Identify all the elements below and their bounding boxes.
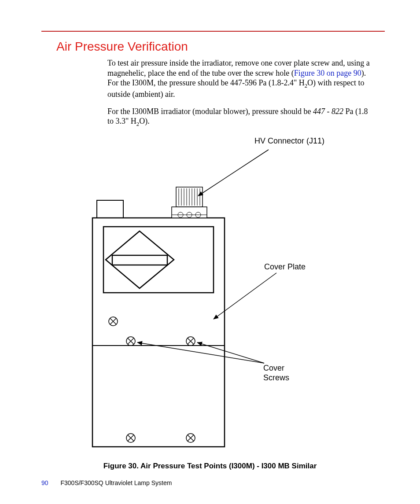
figure-crossref[interactable]: Figure 30 on page 90: [294, 69, 361, 77]
screw-mid-left: [126, 337, 135, 346]
p2-part-a: For the I300MB irradiator (modular blowe…: [107, 107, 313, 116]
svg-line-27: [214, 273, 276, 319]
header-rule: [41, 31, 385, 32]
doc-title: F300S/F300SQ Ultraviolet Lamp System: [60, 479, 172, 486]
figure-svg: [40, 132, 383, 458]
svg-rect-19: [112, 255, 167, 265]
hv-connector-graphic: [172, 187, 207, 218]
label-cover-screws-line2: Screws: [263, 373, 289, 382]
label-cover-screws: Cover Screws: [263, 364, 289, 383]
p2-part-c: O).: [139, 117, 150, 125]
screw-upper-left: [109, 317, 118, 326]
paragraph-1: To test air pressure inside the irradiat…: [107, 58, 372, 99]
section-title: Air Pressure Verification: [56, 40, 188, 54]
svg-rect-1: [97, 200, 123, 218]
page-footer: 90 F300S/F300SQ Ultraviolet Lamp System: [41, 479, 172, 486]
paragraph-2: For the I300MB irradiator (modular blowe…: [107, 107, 372, 128]
screw-bottom-left: [126, 434, 135, 442]
screw-bottom-right: [186, 434, 195, 442]
svg-rect-0: [92, 218, 225, 447]
figure-caption: Figure 30. Air Pressure Test Points (I30…: [0, 462, 420, 471]
p2-italic: 447 - 822: [313, 107, 343, 116]
body-text: To test air pressure inside the irradiat…: [107, 58, 372, 135]
page-number: 90: [41, 479, 48, 486]
svg-line-26: [198, 150, 269, 196]
screw-mid-right: [186, 337, 195, 346]
figure-30: HV Connector (J11) Cover Plate Cover Scr…: [40, 132, 383, 475]
svg-line-29: [197, 342, 264, 363]
label-cover-plate: Cover Plate: [264, 262, 306, 272]
label-hv-connector: HV Connector (J11): [254, 136, 324, 146]
label-cover-screws-line1: Cover: [263, 364, 284, 372]
page: Air Pressure Verification To test air pr…: [0, 0, 420, 504]
